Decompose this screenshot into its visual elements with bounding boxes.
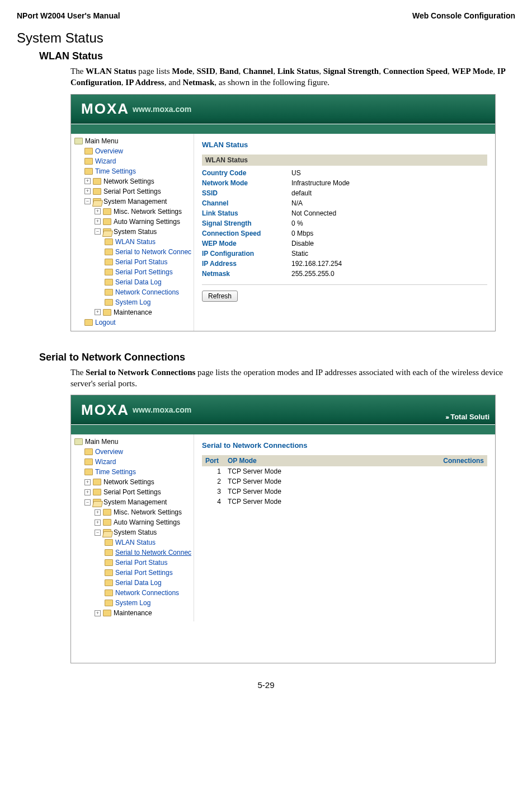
folder-icon <box>103 208 111 215</box>
screenshot-s2n: MOXA www.moxa.com ›››Total Soluti Main M… <box>70 395 496 663</box>
folder-icon <box>105 279 113 286</box>
tree-wlan[interactable]: WLAN Status <box>115 237 156 247</box>
tree-overview[interactable]: Overview <box>95 447 123 457</box>
tree-netconn[interactable]: Network Connections <box>115 287 179 297</box>
kv-value: 0 % <box>291 218 303 228</box>
tree-sdl[interactable]: Serial Data Log <box>115 578 162 588</box>
folder-open-icon <box>103 228 111 235</box>
tree-netconn[interactable]: Network Connections <box>115 588 179 598</box>
tree-s2n[interactable]: Serial to Network Connec <box>115 548 191 558</box>
collapse-icon[interactable]: − <box>95 530 101 536</box>
tree-spset[interactable]: Serial Port Settings <box>115 267 173 277</box>
table-header: Port OP Mode Connections <box>202 455 487 466</box>
cell-port: 1 <box>202 466 224 476</box>
tree-sysstatus[interactable]: System Status <box>114 527 157 537</box>
moxa-logo: MOXA <box>81 401 129 419</box>
tree-network[interactable]: Network Settings <box>103 477 154 487</box>
kv-label: Channel <box>202 198 291 208</box>
tree-sps[interactable]: Serial Port Status <box>115 558 167 568</box>
tree-wizard[interactable]: Wizard <box>95 156 116 166</box>
cell-mode: TCP Server Mode <box>224 486 336 497</box>
table-row: 4TCP Server Mode <box>202 497 487 507</box>
tree-wlan[interactable]: WLAN Status <box>115 537 156 548</box>
expand-icon[interactable]: + <box>95 610 101 616</box>
moxa-logo: MOXA <box>81 100 129 118</box>
tree-maint[interactable]: Maintenance <box>114 307 152 317</box>
refresh-button[interactable]: Refresh <box>202 291 238 302</box>
banner: MOXA www.moxa.com ›››Total Soluti <box>71 395 495 424</box>
content-pane: Serial to Network Connections Port OP Mo… <box>194 434 495 621</box>
cell-mode: TCP Server Mode <box>224 476 336 486</box>
section-bar: WLAN Status <box>202 155 487 166</box>
folder-icon <box>84 168 93 175</box>
tree-autowarn[interactable]: Auto Warning Settings <box>114 517 180 527</box>
tree-autowarn[interactable]: Auto Warning Settings <box>114 217 180 227</box>
tree-syslog[interactable]: System Log <box>115 297 150 307</box>
col-opmode: OP Mode <box>224 455 336 466</box>
kv-row: IP ConfigurationStatic <box>202 249 487 259</box>
menu-icon <box>74 138 83 144</box>
tree-sdl[interactable]: Serial Data Log <box>115 277 162 287</box>
folder-icon <box>93 479 101 485</box>
green-bar <box>71 424 495 434</box>
kv-value: Not Connected <box>291 208 336 218</box>
tree-serialport[interactable]: Serial Port Settings <box>103 487 161 497</box>
expand-icon[interactable]: + <box>84 178 91 184</box>
tree-wizard[interactable]: Wizard <box>95 457 116 467</box>
nav-tree[interactable]: Main Menu Overview Wizard Time Settings … <box>71 434 194 621</box>
kv-row: Network ModeInfrastructure Mode <box>202 178 487 188</box>
tree-maint[interactable]: Maintenance <box>114 608 152 618</box>
tree-syslog[interactable]: System Log <box>115 598 150 608</box>
folder-icon <box>105 269 113 275</box>
collapse-icon[interactable]: − <box>84 198 91 204</box>
table-body: 1TCP Server Mode2TCP Server Mode3TCP Ser… <box>202 466 487 507</box>
collapse-icon[interactable]: − <box>95 228 101 235</box>
expand-icon[interactable]: + <box>84 479 91 485</box>
folder-open-icon <box>93 499 101 506</box>
collapse-icon[interactable]: − <box>84 499 91 506</box>
expand-icon[interactable]: + <box>95 520 101 526</box>
kv-value: Infrastructure Mode <box>291 178 350 188</box>
kv-row: SSIDdefault <box>202 188 487 198</box>
kv-row: Signal Strength0 % <box>202 218 487 228</box>
tree-miscnet[interactable]: Misc. Network Settings <box>114 207 182 217</box>
folder-icon <box>84 319 93 326</box>
nav-tree[interactable]: Main Menu Overview Wizard Time Settings … <box>71 134 194 331</box>
tree-sysmgmt[interactable]: System Management <box>103 497 167 507</box>
kv-value: Disable <box>291 238 314 249</box>
expand-icon[interactable]: + <box>84 489 91 495</box>
tree-sysmgmt[interactable]: System Management <box>103 196 167 207</box>
cell-port: 4 <box>202 497 224 507</box>
kv-label: Netmask <box>202 269 291 279</box>
tree-sps[interactable]: Serial Port Status <box>115 257 167 267</box>
tree-serialport[interactable]: Serial Port Settings <box>103 186 161 196</box>
kv-label: Connection Speed <box>202 228 291 238</box>
kv-row: IP Address192.168.127.254 <box>202 259 487 269</box>
table-row: 3TCP Server Mode <box>202 486 487 497</box>
kv-row: ChannelN/A <box>202 198 487 208</box>
tree-time[interactable]: Time Settings <box>95 467 136 477</box>
tree-overview[interactable]: Overview <box>95 146 123 156</box>
cell-port: 3 <box>202 486 224 497</box>
expand-icon[interactable]: + <box>95 309 101 315</box>
folder-icon <box>105 238 113 245</box>
expand-icon[interactable]: + <box>84 188 91 194</box>
tree-s2n[interactable]: Serial to Network Connec <box>115 247 191 257</box>
col-connections: Connections <box>336 455 487 466</box>
folder-icon <box>105 600 113 606</box>
expand-icon[interactable]: + <box>95 509 101 516</box>
kv-row: Netmask255.255.255.0 <box>202 269 487 279</box>
tree-logout[interactable]: Logout <box>95 317 116 328</box>
folder-icon <box>105 549 113 556</box>
green-bar <box>71 124 495 134</box>
tree-network[interactable]: Network Settings <box>103 176 154 186</box>
expand-icon[interactable]: + <box>95 218 101 224</box>
tree-main: Main Menu <box>85 136 118 146</box>
tree-sysstatus[interactable]: System Status <box>114 227 157 237</box>
tree-time[interactable]: Time Settings <box>95 166 136 176</box>
expand-icon[interactable]: + <box>95 208 101 214</box>
tree-spset[interactable]: Serial Port Settings <box>115 568 173 578</box>
folder-icon <box>103 519 111 526</box>
tree-miscnet[interactable]: Misc. Network Settings <box>114 507 182 517</box>
folder-icon <box>84 148 93 155</box>
